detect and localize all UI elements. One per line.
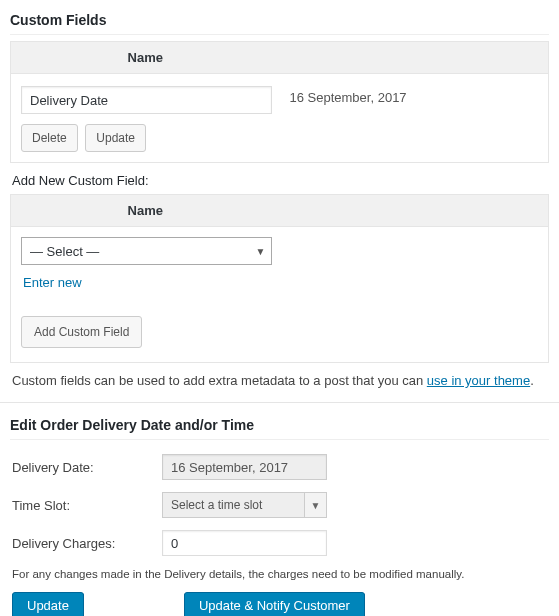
delivery-date-input[interactable] xyxy=(162,454,327,480)
bottom-actions: Update Update & Notify Customer xyxy=(10,590,549,616)
update-button[interactable]: Update xyxy=(85,124,146,152)
custom-field-value: 16 September, 2017 xyxy=(288,86,539,114)
delivery-charges-row: Delivery Charges: xyxy=(10,524,549,562)
enter-new-link[interactable]: Enter new xyxy=(23,275,82,290)
section-divider xyxy=(0,402,559,403)
delivery-date-row: Delivery Date: xyxy=(10,448,549,486)
add-col-header-name: Name xyxy=(11,195,280,226)
custom-field-key-select-wrap: — Select — ▼ xyxy=(21,237,272,265)
delivery-date-label: Delivery Date: xyxy=(12,460,162,475)
custom-field-row: Delete Update 16 September, 2017 xyxy=(11,74,548,162)
custom-fields-help: Custom fields can be used to add extra m… xyxy=(12,373,547,388)
time-slot-placeholder: Select a time slot xyxy=(163,493,304,517)
add-custom-field-box: Name — Select — ▼ Enter new Add Custom F… xyxy=(10,194,549,363)
add-custom-field-body: — Select — ▼ Enter new xyxy=(11,227,548,316)
update-order-button[interactable]: Update xyxy=(12,592,84,616)
time-slot-row: Time Slot: Select a time slot ▼ xyxy=(10,486,549,524)
custom-field-name-input[interactable] xyxy=(21,86,272,114)
edit-order-delivery-panel: Edit Order Delivery Date and/or Time Del… xyxy=(0,417,559,616)
add-custom-field-header: Name xyxy=(11,195,548,227)
custom-fields-panel: Custom Fields Name Delete Update 16 Sept… xyxy=(0,0,559,388)
col-header-value xyxy=(280,42,549,73)
add-new-custom-field-title: Add New Custom Field: xyxy=(12,173,549,188)
col-header-name: Name xyxy=(11,42,280,73)
custom-field-key-select[interactable]: — Select — xyxy=(21,237,272,265)
charges-note: For any changes made in the Delivery det… xyxy=(12,568,547,580)
custom-fields-table: Name Delete Update 16 September, 2017 xyxy=(10,41,549,163)
add-custom-field-button[interactable]: Add Custom Field xyxy=(21,316,142,348)
use-in-theme-link[interactable]: use in your theme xyxy=(427,373,530,388)
update-notify-button[interactable]: Update & Notify Customer xyxy=(184,592,365,616)
time-slot-select[interactable]: Select a time slot ▼ xyxy=(162,492,327,518)
custom-fields-table-header: Name xyxy=(11,42,548,74)
time-slot-label: Time Slot: xyxy=(12,498,162,513)
delivery-charges-label: Delivery Charges: xyxy=(12,536,162,551)
chevron-down-icon: ▼ xyxy=(304,493,326,517)
delete-button[interactable]: Delete xyxy=(21,124,78,152)
delivery-charges-input[interactable] xyxy=(162,530,327,556)
add-col-header-value xyxy=(280,195,549,226)
custom-fields-title: Custom Fields xyxy=(10,12,549,35)
help-text-suffix: . xyxy=(530,373,534,388)
help-text-prefix: Custom fields can be used to add extra m… xyxy=(12,373,427,388)
edit-order-title: Edit Order Delivery Date and/or Time xyxy=(10,417,549,440)
